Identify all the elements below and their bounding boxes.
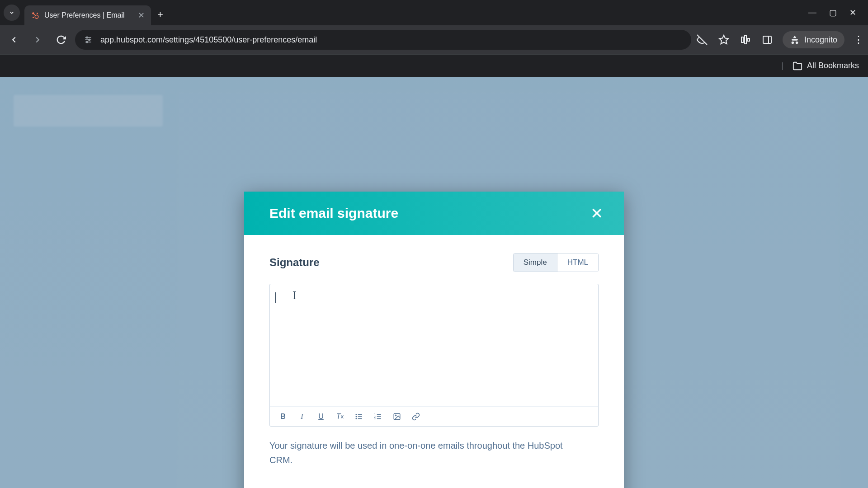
svg-rect-16 bbox=[763, 36, 771, 43]
bold-icon[interactable]: B bbox=[278, 412, 288, 422]
svg-point-31 bbox=[395, 415, 396, 416]
svg-point-2 bbox=[33, 17, 34, 18]
minimize-icon[interactable]: — bbox=[808, 8, 816, 18]
back-button[interactable] bbox=[5, 30, 24, 49]
svg-point-10 bbox=[86, 41, 88, 42]
star-icon[interactable] bbox=[717, 33, 730, 46]
tab-simple[interactable]: Simple bbox=[514, 253, 557, 272]
svg-point-8 bbox=[86, 37, 88, 38]
all-bookmarks-link[interactable]: All Bookmarks bbox=[807, 61, 859, 70]
svg-rect-13 bbox=[741, 37, 743, 42]
signature-label: Signature bbox=[269, 256, 320, 269]
svg-point-20 bbox=[356, 416, 357, 417]
svg-marker-12 bbox=[719, 35, 728, 44]
media-control-icon[interactable] bbox=[739, 33, 752, 46]
reload-button[interactable] bbox=[52, 30, 71, 49]
editor-mode-toggle: Simple HTML bbox=[513, 253, 599, 272]
numbered-list-icon[interactable]: 123 bbox=[373, 412, 383, 422]
forward-button[interactable] bbox=[28, 30, 47, 49]
page-content: Edit email signature ✕ Signature Simple … bbox=[0, 77, 868, 488]
svg-text:3: 3 bbox=[374, 417, 376, 420]
signature-textarea[interactable]: I bbox=[270, 284, 598, 406]
side-panel-icon[interactable] bbox=[761, 33, 774, 46]
tab-strip: User Preferences | Email ✕ + — ▢ ✕ bbox=[0, 0, 868, 25]
chevron-down-icon bbox=[9, 9, 15, 16]
link-icon[interactable] bbox=[411, 412, 421, 422]
browser-menu-icon[interactable]: ⋮ bbox=[854, 34, 863, 46]
site-settings-icon[interactable] bbox=[82, 34, 94, 46]
signature-editor: I B I U Tx 123 bbox=[269, 284, 599, 427]
url-box[interactable]: app.hubspot.com/settings/45105500/user-p… bbox=[75, 30, 691, 50]
editor-toolbar: B I U Tx 123 bbox=[270, 406, 598, 426]
incognito-icon bbox=[790, 35, 800, 45]
signature-help-text: Your signature will be used in one-on-on… bbox=[269, 438, 577, 467]
svg-rect-27 bbox=[377, 416, 381, 417]
close-window-icon[interactable]: ✕ bbox=[849, 8, 856, 18]
bookmark-bar: | All Bookmarks bbox=[0, 54, 868, 77]
svg-rect-25 bbox=[377, 414, 381, 415]
hubspot-favicon bbox=[31, 11, 40, 20]
svg-line-4 bbox=[34, 14, 36, 16]
new-tab-button[interactable]: + bbox=[157, 9, 163, 20]
window-controls: — ▢ ✕ bbox=[808, 8, 864, 18]
modal-header: Edit email signature ✕ bbox=[244, 192, 624, 235]
text-cursor bbox=[275, 292, 276, 303]
text-caret-icon: I bbox=[292, 289, 297, 302]
underline-icon[interactable]: U bbox=[316, 412, 326, 422]
svg-rect-21 bbox=[358, 416, 362, 417]
browser-tab[interactable]: User Preferences | Email ✕ bbox=[24, 5, 151, 25]
svg-point-18 bbox=[356, 414, 357, 415]
eye-off-icon[interactable] bbox=[696, 33, 708, 46]
address-bar: app.hubspot.com/settings/45105500/user-p… bbox=[0, 25, 868, 54]
tab-search-button[interactable] bbox=[4, 5, 20, 21]
bullet-list-icon[interactable] bbox=[354, 412, 364, 422]
svg-point-1 bbox=[37, 13, 38, 14]
incognito-chip[interactable]: Incognito bbox=[783, 31, 844, 48]
maximize-icon[interactable]: ▢ bbox=[829, 8, 837, 18]
italic-icon[interactable]: I bbox=[297, 412, 307, 422]
svg-rect-23 bbox=[358, 418, 362, 419]
svg-rect-29 bbox=[377, 418, 381, 419]
tab-html[interactable]: HTML bbox=[557, 253, 598, 272]
edit-signature-modal: Edit email signature ✕ Signature Simple … bbox=[244, 192, 624, 488]
modal-close-button[interactable]: ✕ bbox=[590, 204, 603, 222]
svg-point-22 bbox=[356, 418, 357, 419]
browser-chrome: User Preferences | Email ✕ + — ▢ ✕ app.h… bbox=[0, 0, 868, 77]
svg-rect-15 bbox=[748, 38, 750, 41]
svg-point-9 bbox=[89, 39, 90, 40]
incognito-label: Incognito bbox=[804, 35, 837, 45]
modal-title: Edit email signature bbox=[269, 206, 398, 221]
svg-rect-19 bbox=[358, 414, 362, 415]
tab-close-icon[interactable]: ✕ bbox=[138, 10, 145, 20]
url-text: app.hubspot.com/settings/45105500/user-p… bbox=[100, 35, 317, 45]
folder-icon bbox=[793, 61, 802, 71]
image-icon[interactable] bbox=[392, 412, 402, 422]
clear-format-icon[interactable]: Tx bbox=[335, 412, 345, 422]
tab-title: User Preferences | Email bbox=[44, 11, 125, 19]
svg-rect-14 bbox=[745, 36, 746, 44]
